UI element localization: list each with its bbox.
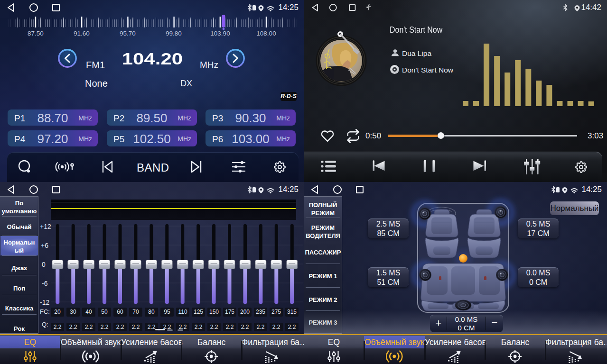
svg-text:99.80: 99.80 (166, 30, 182, 37)
svg-text:87.50: 87.50 (28, 30, 44, 37)
svg-text:108.00: 108.00 (256, 30, 276, 37)
svg-text:91.60: 91.60 (74, 30, 90, 37)
svg-text:95.70: 95.70 (120, 30, 136, 37)
svg-text:103.90: 103.90 (210, 30, 230, 37)
